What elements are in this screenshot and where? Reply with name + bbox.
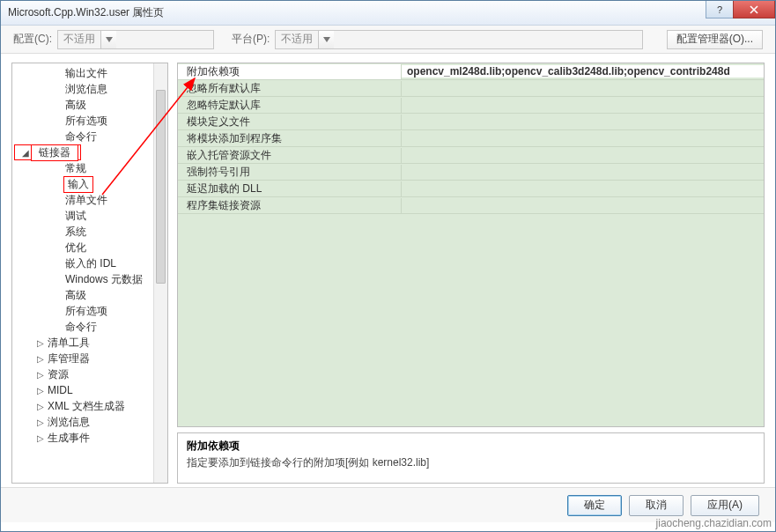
body: 输出文件浏览信息高级所有选项命令行◢链接器常规输入清单文件调试系统优化嵌入的 I…	[1, 54, 775, 487]
tree-item[interactable]: ▷清单工具	[12, 335, 153, 351]
property-row[interactable]: 程序集链接资源	[178, 197, 764, 214]
chevron-down-icon[interactable]: ◢	[20, 148, 31, 158]
tree-item[interactable]: 输入	[12, 176, 153, 192]
description-box: 附加依赖项 指定要添加到链接命令行的附加项[例如 kernel32.lib]	[177, 432, 765, 484]
tree-item[interactable]: 命令行	[12, 319, 153, 335]
tree-item-label: MIDL	[46, 384, 75, 396]
property-row[interactable]: 忽略特定默认库	[178, 97, 764, 114]
property-label: 将模块添加到程序集	[178, 131, 402, 146]
configuration-value: 不适用	[58, 32, 100, 47]
tree-item[interactable]: 清单文件	[12, 192, 153, 208]
tree-item[interactable]: 浏览信息	[12, 81, 153, 97]
window-title: Microsoft.Cpp.Win32.user 属性页	[8, 5, 164, 20]
chevron-right-icon[interactable]: ▷	[35, 338, 46, 348]
tree-item-label: XML 文档生成器	[46, 399, 127, 414]
tree-item[interactable]: 所有选项	[12, 113, 153, 129]
tree-item-label: 浏览信息	[63, 82, 109, 97]
tree-item[interactable]: 常规	[12, 160, 153, 176]
property-row[interactable]: 忽略所有默认库	[178, 80, 764, 97]
tree-item-label: 链接器	[31, 144, 78, 161]
chevron-right-icon[interactable]: ▷	[35, 402, 46, 411]
tree-item-label: 命令行	[63, 320, 99, 335]
scrollbar-thumb[interactable]	[156, 90, 166, 284]
tree-item[interactable]: ▷XML 文档生成器	[12, 398, 153, 414]
tree-item-label: Windows 元数据	[63, 272, 144, 287]
tree-panel: 输出文件浏览信息高级所有选项命令行◢链接器常规输入清单文件调试系统优化嵌入的 I…	[11, 63, 168, 484]
property-grid: 附加依赖项opencv_ml248d.lib;opencv_calib3d248…	[177, 63, 765, 427]
tree-item[interactable]: 高级	[12, 97, 153, 113]
close-button[interactable]	[733, 1, 775, 18]
property-row[interactable]: 附加依赖项opencv_ml248d.lib;opencv_calib3d248…	[178, 63, 764, 80]
tree: 输出文件浏览信息高级所有选项命令行◢链接器常规输入清单文件调试系统优化嵌入的 I…	[12, 63, 153, 447]
property-row[interactable]: 将模块添加到程序集	[178, 130, 764, 147]
tree-item-label: 浏览信息	[46, 415, 92, 430]
window: Microsoft.Cpp.Win32.user 属性页 ? 配置(C): 不适…	[0, 0, 776, 532]
window-controls: ?	[706, 1, 775, 18]
toolbar: 配置(C): 不适用 平台(P): 不适用 配置管理器(O)...	[1, 26, 775, 54]
tree-item[interactable]: Windows 元数据	[12, 271, 153, 287]
tree-item[interactable]: 调试	[12, 208, 153, 224]
tree-item-label: 清单工具	[46, 336, 92, 351]
tree-item[interactable]: ▷资源	[12, 366, 153, 382]
close-icon	[750, 5, 758, 14]
chevron-right-icon[interactable]: ▷	[35, 386, 46, 395]
tree-item[interactable]: 优化	[12, 240, 153, 255]
scrollbar[interactable]	[153, 63, 167, 483]
watermark: jiaocheng.chazidian.com	[656, 517, 772, 529]
property-label: 忽略所有默认库	[178, 81, 402, 96]
property-label: 附加依赖项	[178, 64, 402, 79]
titlebar: Microsoft.Cpp.Win32.user 属性页 ?	[1, 1, 775, 26]
tree-item[interactable]: 命令行	[12, 129, 153, 144]
tree-item[interactable]: ▷库管理器	[12, 351, 153, 366]
tree-item[interactable]: 高级	[12, 287, 153, 303]
apply-button[interactable]: 应用(A)	[691, 495, 759, 516]
platform-label: 平台(P):	[232, 32, 270, 47]
ok-button[interactable]: 确定	[567, 495, 622, 516]
tree-item[interactable]: ▷浏览信息	[12, 414, 153, 430]
property-value[interactable]: opencv_ml248d.lib;opencv_calib3d248d.lib…	[402, 65, 764, 78]
tree-item-label: 库管理器	[46, 351, 92, 366]
tree-item-label: 常规	[63, 161, 88, 176]
tree-item[interactable]: 输出文件	[12, 65, 153, 81]
config-manager-button[interactable]: 配置管理器(O)...	[667, 30, 763, 49]
tree-item[interactable]: 系统	[12, 224, 153, 240]
configuration-combo[interactable]: 不适用	[57, 30, 214, 49]
property-panel: 附加依赖项opencv_ml248d.lib;opencv_calib3d248…	[177, 63, 765, 484]
tree-item-label: 所有选项	[63, 114, 109, 129]
chevron-right-icon[interactable]: ▷	[35, 354, 46, 364]
property-label: 延迟加载的 DLL	[178, 181, 402, 196]
chevron-right-icon[interactable]: ▷	[35, 370, 46, 380]
property-row[interactable]: 强制符号引用	[178, 164, 764, 181]
platform-value: 不适用	[276, 32, 318, 47]
property-row[interactable]: 模块定义文件	[178, 114, 764, 130]
property-label: 模块定义文件	[178, 115, 402, 129]
property-label: 忽略特定默认库	[178, 98, 402, 113]
tree-item[interactable]: ◢链接器	[14, 144, 81, 160]
property-label: 强制符号引用	[178, 165, 402, 180]
tree-item-label: 优化	[63, 240, 88, 255]
configuration-label: 配置(C):	[13, 32, 52, 47]
property-label: 程序集链接资源	[178, 198, 402, 213]
chevron-right-icon[interactable]: ▷	[35, 417, 46, 427]
tree-item[interactable]: 嵌入的 IDL	[12, 255, 153, 271]
property-label: 嵌入托管资源文件	[178, 148, 402, 163]
platform-combo[interactable]: 不适用	[275, 30, 643, 49]
tree-item[interactable]: ▷MIDL	[12, 382, 153, 398]
property-row[interactable]: 嵌入托管资源文件	[178, 147, 764, 164]
tree-item-label: 输出文件	[63, 66, 109, 81]
description-body: 指定要添加到链接命令行的附加项[例如 kernel32.lib]	[187, 455, 755, 470]
property-row[interactable]: 延迟加载的 DLL	[178, 181, 764, 197]
cancel-button[interactable]: 取消	[629, 495, 684, 516]
chevron-down-icon	[100, 31, 116, 48]
tree-item-label: 高级	[63, 98, 88, 113]
tree-item-label: 调试	[63, 209, 88, 224]
tree-item-label: 所有选项	[63, 304, 109, 319]
tree-item[interactable]: 所有选项	[12, 303, 153, 319]
tree-item-label: 嵌入的 IDL	[63, 256, 118, 271]
tree-item[interactable]: ▷生成事件	[12, 430, 153, 446]
help-button[interactable]: ?	[706, 1, 734, 18]
tree-item-label: 生成事件	[46, 431, 92, 446]
tree-item-label: 清单文件	[63, 193, 109, 208]
chevron-right-icon[interactable]: ▷	[35, 433, 46, 443]
tree-item-label: 高级	[63, 288, 88, 303]
